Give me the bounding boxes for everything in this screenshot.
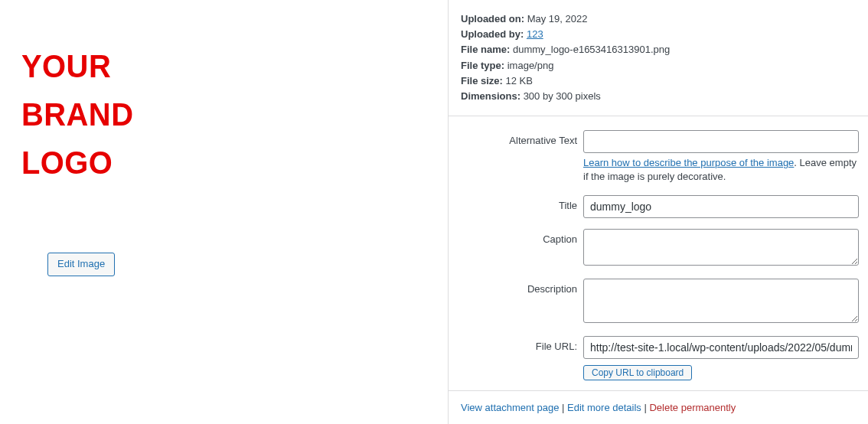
copy-url-button[interactable]: Copy URL to clipboard (583, 365, 692, 380)
alt-text-help: Learn how to describe the purpose of the… (583, 156, 859, 184)
delete-permanently-link[interactable]: Delete permanently (649, 402, 736, 413)
uploaded-by-link[interactable]: 123 (527, 28, 543, 40)
attachment-meta: Uploaded on: May 19, 2022 Uploaded by: 1… (449, 12, 868, 116)
thumb-line1: YOUR (21, 48, 111, 84)
attachment-thumbnail: YOUR BRAND LOGO (0, 0, 230, 230)
title-input[interactable] (583, 195, 859, 218)
view-attachment-link[interactable]: View attachment page (461, 402, 559, 413)
uploaded-by-label: Uploaded by: (461, 28, 524, 40)
file-url-label: File URL: (449, 336, 583, 352)
uploaded-on-label: Uploaded on: (461, 13, 524, 24)
alt-text-help-link[interactable]: Learn how to describe the purpose of the… (583, 157, 794, 168)
file-name-value: dummy_logo-e1653416313901.png (513, 44, 670, 55)
attachment-details-pane: Uploaded on: May 19, 2022 Uploaded by: 1… (448, 0, 868, 424)
dimensions-label: Dimensions: (461, 90, 520, 102)
file-name-label: File name: (461, 44, 510, 55)
thumb-line3: LOGO (21, 145, 113, 181)
title-label: Title (449, 195, 583, 211)
file-size-label: File size: (461, 75, 503, 86)
alt-text-label: Alternative Text (449, 130, 583, 146)
file-type-value: image/png (507, 60, 554, 71)
uploaded-on-value: May 19, 2022 (527, 13, 588, 24)
caption-label: Caption (449, 229, 583, 245)
attachment-preview-pane: YOUR BRAND LOGO Edit Image (0, 0, 448, 424)
dimensions-value: 300 by 300 pixels (524, 90, 601, 102)
file-url-input[interactable] (583, 336, 859, 359)
description-input[interactable] (583, 279, 859, 323)
thumb-line2: BRAND (21, 96, 133, 132)
alt-text-input[interactable] (583, 130, 859, 153)
file-size-value: 12 KB (506, 75, 533, 86)
file-type-label: File type: (461, 60, 504, 71)
edit-more-details-link[interactable]: Edit more details (567, 402, 641, 413)
caption-input[interactable] (583, 229, 859, 266)
description-label: Description (449, 279, 583, 295)
edit-image-button[interactable]: Edit Image (47, 253, 115, 276)
attachment-actions: View attachment page | Edit more details… (449, 390, 868, 424)
